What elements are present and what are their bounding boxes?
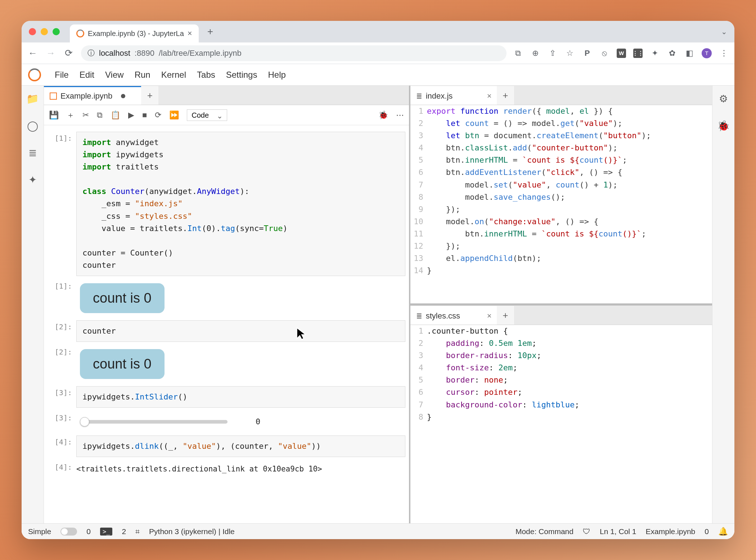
- add-tab-button[interactable]: +: [497, 86, 514, 105]
- input-cell-1[interactable]: [1]: import anywidget import ipywidgets …: [48, 132, 405, 276]
- forward-button[interactable]: →: [45, 48, 57, 59]
- share-icon[interactable]: ⇪: [548, 48, 558, 58]
- open-external-icon[interactable]: ⧉: [513, 48, 523, 58]
- browser-window: Example.ipynb (3) - JupyterLa × + ⌄ ← → …: [22, 21, 734, 539]
- toolbar-more-icon[interactable]: ⋯: [396, 110, 404, 120]
- js-editor-tabs: ≣ index.js × +: [410, 86, 712, 105]
- prompt: [4]:: [48, 461, 76, 478]
- profile-avatar[interactable]: T: [702, 48, 712, 58]
- copy-icon[interactable]: ⧉: [97, 110, 103, 120]
- browser-tab[interactable]: Example.ipynb (3) - JupyterLa ×: [70, 24, 199, 42]
- jupyter-favicon: [76, 30, 84, 37]
- notebook-tab[interactable]: Example.ipynb: [44, 86, 141, 105]
- ext-square-2[interactable]: ⋮⋮: [633, 49, 643, 58]
- menu-kernel[interactable]: Kernel: [161, 70, 186, 80]
- close-icon[interactable]: ×: [487, 311, 492, 321]
- paste-icon[interactable]: 📋: [111, 110, 120, 120]
- toc-icon[interactable]: ≣: [28, 147, 37, 159]
- prompt: [3]:: [48, 386, 76, 408]
- extensions-icon[interactable]: ✦: [650, 48, 660, 58]
- status-right-0: 0: [705, 527, 709, 536]
- counter-widget-1[interactable]: count is 0: [80, 283, 165, 313]
- notebook-tab-label: Example.ipynb: [60, 91, 112, 101]
- terminal-chip-icon[interactable]: >_: [100, 528, 112, 536]
- add-tab-button[interactable]: +: [141, 86, 158, 105]
- filebrowser-icon[interactable]: 📁: [26, 93, 39, 105]
- celltype-select-wrap[interactable]: Code: [187, 109, 227, 121]
- prompt: [2]:: [48, 320, 76, 342]
- url-input[interactable]: ⓘ localhost:8890/lab/tree/Example.ipynb: [81, 45, 507, 61]
- save-icon[interactable]: 💾: [49, 110, 59, 120]
- site-info-icon[interactable]: ⓘ: [87, 48, 95, 58]
- simple-toggle-label[interactable]: Simple: [28, 527, 51, 536]
- js-tab[interactable]: ≣ index.js ×: [410, 86, 497, 105]
- trusted-icon[interactable]: 🛡: [583, 527, 590, 536]
- cut-icon[interactable]: ✂: [82, 110, 89, 120]
- window-minimize[interactable]: [41, 28, 48, 35]
- restart-icon[interactable]: ⟳: [155, 110, 161, 120]
- slider-thumb[interactable]: [80, 417, 89, 426]
- run-icon[interactable]: ▶: [128, 110, 134, 120]
- fast-forward-icon[interactable]: ⏩: [169, 110, 179, 120]
- notification-icon[interactable]: 🔔: [718, 527, 728, 536]
- code-editor-3[interactable]: ipywidgets.IntSlider(): [76, 386, 405, 408]
- menu-tabs[interactable]: Tabs: [197, 70, 215, 80]
- sidepanel-icon[interactable]: ◧: [684, 48, 694, 58]
- cpu-icon[interactable]: ⌗: [135, 527, 140, 536]
- reload-button[interactable]: ⟳: [63, 48, 75, 59]
- bookmark-icon[interactable]: ☆: [565, 48, 575, 58]
- js-editor[interactable]: 1export function render({ model, el }) {…: [410, 105, 712, 303]
- input-cell-4[interactable]: [4]: ipywidgets.dlink((_, "value"), (cou…: [48, 435, 405, 457]
- prompt: [3]:: [48, 411, 76, 432]
- ext-leaf-icon[interactable]: ✿: [667, 48, 677, 58]
- notebook-body[interactable]: [1]: import anywidget import ipywidgets …: [44, 125, 409, 523]
- zoom-icon[interactable]: ⊕: [530, 48, 540, 58]
- window-maximize[interactable]: [53, 28, 60, 35]
- prompt: [2]:: [48, 346, 76, 383]
- menu-settings[interactable]: Settings: [226, 70, 257, 80]
- code-editor-4[interactable]: ipywidgets.dlink((_, "value"), (counter,…: [76, 435, 405, 457]
- slider-track[interactable]: [80, 420, 228, 424]
- browser-menu-icon[interactable]: ⋮: [719, 48, 729, 58]
- extensions-sidebar-icon[interactable]: ✦: [28, 174, 37, 186]
- menu-edit[interactable]: Edit: [80, 70, 94, 80]
- bug-icon[interactable]: 🐞: [378, 110, 388, 120]
- tab-close-icon[interactable]: ×: [188, 29, 192, 38]
- css-tab[interactable]: ≣ styles.css ×: [410, 306, 497, 325]
- close-icon[interactable]: ×: [487, 91, 492, 101]
- intslider-widget[interactable]: 0: [80, 415, 405, 428]
- stop-icon[interactable]: ■: [142, 110, 147, 120]
- output-cell-2: [2]: count is 0: [48, 346, 405, 383]
- menu-help[interactable]: Help: [268, 70, 285, 80]
- ext-paypal-icon[interactable]: P: [582, 48, 592, 58]
- ext-square-1[interactable]: W: [617, 49, 626, 58]
- window-close[interactable]: [29, 28, 36, 35]
- running-icon[interactable]: ◯: [27, 120, 38, 132]
- prompt: [1]:: [48, 132, 76, 276]
- celltype-select[interactable]: Code: [187, 109, 227, 121]
- simple-toggle[interactable]: [60, 528, 77, 536]
- menu-run[interactable]: Run: [135, 70, 150, 80]
- menu-view[interactable]: View: [105, 70, 124, 80]
- back-button[interactable]: ←: [27, 48, 39, 59]
- unsaved-dot-icon: [121, 94, 125, 98]
- add-cell-icon[interactable]: ＋: [67, 110, 75, 121]
- debugger-icon[interactable]: 🐞: [717, 120, 730, 132]
- code-editor-1[interactable]: import anywidget import ipywidgets impor…: [76, 132, 405, 276]
- new-tab-button[interactable]: +: [207, 26, 213, 37]
- input-cell-2[interactable]: [2]: counter: [48, 320, 405, 342]
- kernel-status[interactable]: Python 3 (ipykernel) | Idle: [149, 527, 235, 536]
- css-editor[interactable]: 1.counter-button {2 padding: 0.5em 1em;3…: [410, 325, 712, 523]
- input-cell-3[interactable]: [3]: ipywidgets.IntSlider(): [48, 386, 405, 408]
- add-tab-button[interactable]: +: [497, 306, 514, 325]
- notebook-toolbar: 💾 ＋ ✂ ⧉ 📋 ▶ ■ ⟳ ⏩ Code 🐞: [44, 105, 409, 125]
- property-inspector-icon[interactable]: ⚙: [719, 93, 728, 105]
- lncol-status: Ln 1, Col 1: [600, 527, 636, 536]
- counter-widget-2[interactable]: count is 0: [80, 349, 165, 379]
- menu-file[interactable]: File: [55, 70, 69, 80]
- left-sidebar: 📁 ◯ ≣ ✦: [22, 86, 44, 523]
- code-editor-2[interactable]: counter: [76, 320, 405, 342]
- output-cell-4: [4]: <traitlets.traitlets.directional_li…: [48, 461, 405, 478]
- tabs-overflow-icon[interactable]: ⌄: [721, 27, 727, 36]
- ext-noscript-icon[interactable]: ⦸: [599, 48, 609, 58]
